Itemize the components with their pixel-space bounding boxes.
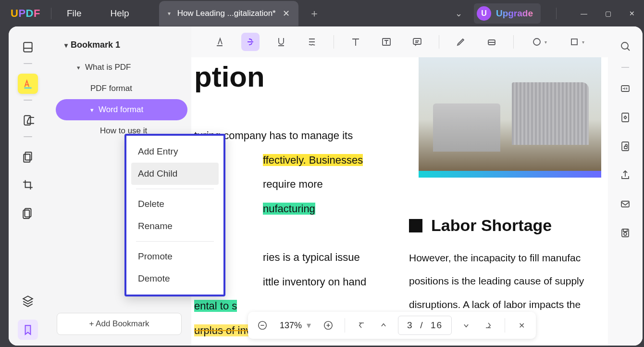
ctx-add-entry[interactable]: Add Entry (131, 141, 219, 163)
zoom-out-button[interactable] (255, 318, 270, 333)
ocr-icon[interactable] (617, 80, 633, 97)
document-tab[interactable]: ▾ How Leading ...gitalization* ✕ (159, 1, 298, 26)
tool-shape[interactable]: ▾ (526, 33, 551, 51)
title-bar: UPDF File Help ▾ How Leading ...gitaliza… (0, 0, 644, 26)
tab-close-icon[interactable]: ✕ (283, 8, 290, 19)
ctx-demote[interactable]: Demote (131, 268, 219, 290)
svg-rect-7 (413, 39, 421, 44)
bookmark-item-what-is-pdf[interactable]: What is PDF (47, 57, 191, 78)
menu-file[interactable]: File (62, 6, 87, 21)
first-page-button[interactable] (354, 318, 369, 333)
avatar: U (477, 6, 491, 21)
bookmark-item-pdf-format[interactable]: PDF format (47, 78, 191, 99)
tool-text[interactable] (347, 33, 365, 51)
bookmark-root[interactable]: Bookmark 1 (47, 40, 191, 50)
svg-rect-3 (24, 154, 30, 162)
rail-compare[interactable] (18, 203, 38, 223)
bullet-square-icon (409, 219, 422, 232)
svg-point-20 (624, 232, 627, 235)
share-icon[interactable] (617, 167, 633, 183)
ctx-delete[interactable]: Delete (131, 193, 219, 215)
page-indicator[interactable]: 3 / 16 (398, 316, 452, 335)
svg-rect-2 (25, 152, 32, 160)
svg-point-9 (533, 39, 540, 45)
add-bookmark-button[interactable]: + Add Bookmark (57, 313, 182, 335)
menu-help[interactable]: Help (106, 6, 134, 21)
zoom-in-button[interactable] (321, 318, 336, 333)
tool-squiggly[interactable] (303, 33, 321, 51)
heading-fragment: ption (194, 60, 265, 93)
app-logo: UPDF (11, 7, 40, 20)
rail-bookmarks[interactable] (18, 320, 38, 340)
svg-rect-15 (622, 113, 629, 122)
bookmark-context-menu: Add Entry Add Child Delete Rename Promot… (124, 134, 225, 296)
ctx-promote[interactable]: Promote (131, 245, 219, 268)
tab-overflow-icon[interactable]: ⌄ (448, 4, 469, 23)
tab-title: How Leading ...gitalization* (177, 9, 276, 18)
prev-page-button[interactable] (376, 318, 391, 333)
upgrade-label: Upgrade (496, 8, 533, 19)
rail-layers[interactable] (18, 291, 38, 311)
body-text: turing company has to manage its xxxxxxx… (194, 124, 444, 343)
page-canvas[interactable]: ption turing company has to manage its x… (191, 57, 608, 346)
tab-menu-icon[interactable]: ▾ (168, 10, 171, 17)
rail-thumbnails[interactable] (18, 37, 38, 57)
upgrade-button[interactable]: U Upgrade (474, 3, 541, 24)
tool-textbox[interactable] (377, 33, 396, 51)
search-icon[interactable] (617, 38, 633, 54)
ctx-add-child[interactable]: Add Child (131, 163, 219, 185)
tool-underline[interactable] (272, 33, 290, 51)
rail-separator (24, 63, 32, 64)
close-panel-button[interactable]: ✕ (514, 318, 529, 333)
document-area: ▾ ▾ ption turing company has to manage i… (191, 26, 608, 346)
window-close[interactable]: ✕ (620, 0, 644, 26)
zoom-level[interactable]: 137%▾ (277, 320, 314, 331)
rail-pages[interactable] (18, 147, 38, 167)
svg-rect-10 (571, 39, 577, 45)
page-navigator: 137%▾ 3 / 16 ✕ (248, 312, 536, 339)
rail-separator (24, 100, 32, 101)
svg-rect-17 (624, 146, 627, 149)
rail-crop[interactable] (18, 175, 38, 195)
window-minimize[interactable]: — (572, 0, 596, 26)
tool-strikethrough[interactable] (241, 33, 260, 51)
svg-rect-18 (621, 201, 629, 207)
ctx-rename[interactable]: Rename (131, 215, 219, 237)
svg-rect-14 (621, 86, 629, 91)
next-page-button[interactable] (458, 318, 474, 333)
tool-eraser[interactable] (483, 33, 501, 51)
last-page-button[interactable] (481, 318, 496, 333)
new-tab-button[interactable]: ＋ (298, 6, 330, 21)
annotate-toolbar: ▾ ▾ (191, 26, 608, 57)
tool-note[interactable] (408, 33, 426, 51)
rail-highlighter[interactable] (18, 74, 38, 94)
tool-highlight[interactable] (211, 33, 229, 51)
right-rail (608, 26, 643, 346)
window-maximize[interactable]: ▢ (596, 0, 620, 26)
rail-edit[interactable] (18, 110, 38, 130)
tool-stamp[interactable]: ▾ (564, 33, 589, 51)
column-2: Labor Shortage However, the incapacity t… (409, 216, 601, 316)
mail-icon[interactable] (617, 196, 633, 212)
rail-separator (24, 136, 32, 137)
protect-icon[interactable] (617, 138, 633, 154)
tool-pencil[interactable] (452, 33, 470, 51)
svg-rect-0 (24, 42, 32, 52)
article-image (419, 57, 601, 178)
save-icon[interactable] (617, 225, 633, 241)
left-rail (9, 26, 47, 346)
convert-icon[interactable] (617, 109, 633, 126)
svg-point-13 (621, 42, 628, 49)
bookmark-item-word-format[interactable]: Word format (56, 99, 187, 120)
